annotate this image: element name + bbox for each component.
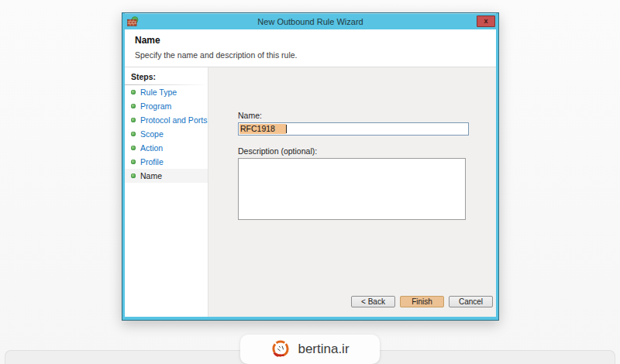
sidebar-item-scope[interactable]: Scope — [125, 127, 208, 141]
sidebar-item-protocol-and-ports[interactable]: Protocol and Ports — [125, 113, 208, 127]
step-label: Name — [140, 171, 162, 180]
sidebar-item-name[interactable]: Name — [125, 169, 208, 183]
page-header: Name Specify the name and description of… — [125, 29, 496, 67]
step-label: Scope — [140, 129, 164, 139]
content-panel: Name: RFC1918 Description (optional): < … — [208, 67, 496, 317]
description-textarea[interactable] — [238, 158, 466, 220]
dialog-client-area: Name Specify the name and description of… — [125, 29, 496, 317]
description-field-label: Description (optional): — [238, 146, 496, 156]
step-label: Action — [140, 143, 163, 153]
rule-name-input[interactable]: RFC1918 — [238, 122, 469, 136]
cancel-button[interactable]: Cancel — [449, 296, 493, 307]
sidebar-item-action[interactable]: Action — [125, 141, 208, 155]
sidebar-item-profile[interactable]: Profile — [125, 155, 208, 169]
finish-button[interactable]: Finish — [400, 296, 444, 307]
sidebar-item-program[interactable]: Program — [125, 99, 208, 113]
back-button[interactable]: < Back — [351, 296, 395, 307]
green-dot-icon — [131, 104, 136, 108]
name-field-label: Name: — [238, 111, 496, 120]
step-label: Profile — [140, 157, 164, 167]
green-dot-icon — [131, 173, 136, 178]
watermark-badge: bertina.ir — [240, 335, 380, 364]
dialog-button-row: < Back Finish Cancel — [351, 296, 493, 307]
wizard-dialog: New Outbound Rule Wizard x Name Specify … — [122, 12, 499, 321]
sidebar-item-rule-type[interactable]: Rule Type — [125, 85, 208, 99]
green-dot-icon — [131, 146, 136, 150]
green-dot-icon — [131, 118, 136, 122]
steps-panel: Steps: Rule Type Program Protocol and Po… — [125, 67, 208, 317]
window-title: New Outbound Rule Wizard — [125, 17, 496, 26]
text-caret — [286, 125, 287, 133]
page-background: New Outbound Rule Wizard x Name Specify … — [0, 0, 620, 364]
titlebar[interactable]: New Outbound Rule Wizard x — [125, 13, 496, 29]
step-label: Protocol and Ports — [140, 115, 207, 125]
page-subtitle: Specify the name and description of this… — [135, 50, 496, 60]
watermark-text: bertina.ir — [298, 342, 349, 357]
steps-heading: Steps: — [125, 72, 208, 85]
selected-text: RFC1918 — [239, 124, 286, 134]
step-label: Rule Type — [140, 88, 177, 97]
green-dot-icon — [131, 160, 136, 164]
page-title: Name — [135, 35, 496, 46]
green-dot-icon — [131, 90, 136, 94]
step-label: Program — [140, 101, 171, 111]
bertina-logo-icon — [270, 339, 291, 359]
green-dot-icon — [131, 132, 136, 136]
